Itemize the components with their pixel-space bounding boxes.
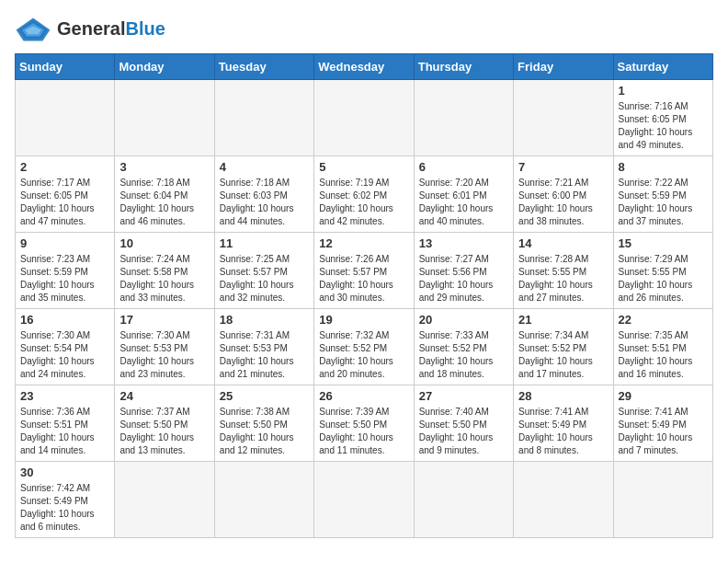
day-info: Sunrise: 7:28 AM Sunset: 5:55 PM Dayligh… bbox=[518, 253, 608, 304]
day-info: Sunrise: 7:21 AM Sunset: 6:00 PM Dayligh… bbox=[518, 177, 608, 228]
weekday-saturday: Saturday bbox=[613, 54, 712, 80]
calendar-cell: 28Sunrise: 7:41 AM Sunset: 5:49 PM Dayli… bbox=[514, 385, 613, 462]
day-info: Sunrise: 7:41 AM Sunset: 5:49 PM Dayligh… bbox=[518, 406, 608, 457]
calendar-cell: 8Sunrise: 7:22 AM Sunset: 5:59 PM Daylig… bbox=[613, 156, 712, 233]
calendar-cell: 26Sunrise: 7:39 AM Sunset: 5:50 PM Dayli… bbox=[314, 385, 414, 462]
day-number: 21 bbox=[518, 313, 608, 327]
day-number: 12 bbox=[319, 236, 408, 250]
day-info: Sunrise: 7:38 AM Sunset: 5:50 PM Dayligh… bbox=[220, 406, 309, 457]
calendar-cell: 13Sunrise: 7:27 AM Sunset: 5:56 PM Dayli… bbox=[414, 233, 513, 309]
day-info: Sunrise: 7:24 AM Sunset: 5:58 PM Dayligh… bbox=[119, 253, 209, 304]
calendar-cell: 6Sunrise: 7:20 AM Sunset: 6:01 PM Daylig… bbox=[414, 156, 513, 233]
weekday-sunday: Sunday bbox=[16, 54, 115, 80]
calendar-cell: 30Sunrise: 7:42 AM Sunset: 5:49 PM Dayli… bbox=[16, 462, 115, 538]
calendar-cell: 24Sunrise: 7:37 AM Sunset: 5:50 PM Dayli… bbox=[115, 385, 214, 462]
day-info: Sunrise: 7:29 AM Sunset: 5:55 PM Dayligh… bbox=[619, 253, 708, 304]
day-info: Sunrise: 7:34 AM Sunset: 5:52 PM Dayligh… bbox=[518, 329, 608, 381]
logo: GeneralBlue bbox=[15, 15, 165, 42]
day-number: 24 bbox=[119, 389, 209, 403]
weekday-friday: Friday bbox=[514, 54, 613, 80]
day-info: Sunrise: 7:25 AM Sunset: 5:57 PM Dayligh… bbox=[220, 253, 309, 304]
day-info: Sunrise: 7:32 AM Sunset: 5:52 PM Dayligh… bbox=[319, 329, 408, 381]
day-number: 11 bbox=[220, 236, 309, 250]
calendar-cell: 20Sunrise: 7:33 AM Sunset: 5:52 PM Dayli… bbox=[414, 309, 513, 385]
calendar-cell bbox=[414, 80, 513, 156]
day-number: 16 bbox=[20, 313, 109, 327]
day-info: Sunrise: 7:30 AM Sunset: 5:53 PM Dayligh… bbox=[119, 329, 209, 381]
calendar-cell: 9Sunrise: 7:23 AM Sunset: 5:59 PM Daylig… bbox=[16, 233, 115, 309]
calendar-cell bbox=[514, 80, 613, 156]
day-info: Sunrise: 7:26 AM Sunset: 5:57 PM Dayligh… bbox=[319, 253, 408, 304]
calendar-cell bbox=[16, 80, 115, 156]
day-number: 14 bbox=[518, 236, 608, 250]
day-number: 13 bbox=[419, 236, 508, 250]
day-number: 2 bbox=[20, 160, 109, 174]
weekday-tuesday: Tuesday bbox=[214, 54, 313, 80]
day-info: Sunrise: 7:30 AM Sunset: 5:54 PM Dayligh… bbox=[20, 329, 109, 381]
weekday-monday: Monday bbox=[115, 54, 214, 80]
calendar-cell: 27Sunrise: 7:40 AM Sunset: 5:50 PM Dayli… bbox=[414, 385, 513, 462]
day-number: 23 bbox=[20, 389, 109, 403]
weekday-wednesday: Wednesday bbox=[314, 54, 414, 80]
calendar-cell bbox=[514, 462, 613, 538]
calendar-cell: 19Sunrise: 7:32 AM Sunset: 5:52 PM Dayli… bbox=[314, 309, 414, 385]
day-number: 22 bbox=[619, 313, 708, 327]
calendar-cell: 11Sunrise: 7:25 AM Sunset: 5:57 PM Dayli… bbox=[214, 233, 313, 309]
day-number: 8 bbox=[619, 160, 708, 174]
day-info: Sunrise: 7:18 AM Sunset: 6:04 PM Dayligh… bbox=[119, 177, 209, 228]
calendar-cell bbox=[414, 462, 513, 538]
calendar-cell: 15Sunrise: 7:29 AM Sunset: 5:55 PM Dayli… bbox=[613, 233, 712, 309]
week-row-2: 2Sunrise: 7:17 AM Sunset: 6:05 PM Daylig… bbox=[16, 156, 713, 233]
day-number: 26 bbox=[319, 389, 408, 403]
calendar-cell: 3Sunrise: 7:18 AM Sunset: 6:04 PM Daylig… bbox=[115, 156, 214, 233]
calendar-cell bbox=[613, 462, 712, 538]
calendar-cell: 1Sunrise: 7:16 AM Sunset: 6:05 PM Daylig… bbox=[613, 80, 712, 156]
header: GeneralBlue bbox=[15, 15, 713, 42]
calendar-cell bbox=[214, 462, 313, 538]
day-number: 28 bbox=[518, 389, 608, 403]
day-number: 6 bbox=[419, 160, 508, 174]
logo-text: GeneralBlue bbox=[57, 18, 165, 40]
calendar-cell: 4Sunrise: 7:18 AM Sunset: 6:03 PM Daylig… bbox=[214, 156, 313, 233]
day-info: Sunrise: 7:19 AM Sunset: 6:02 PM Dayligh… bbox=[319, 177, 408, 228]
day-info: Sunrise: 7:42 AM Sunset: 5:49 PM Dayligh… bbox=[20, 482, 109, 534]
calendar-cell: 17Sunrise: 7:30 AM Sunset: 5:53 PM Dayli… bbox=[115, 309, 214, 385]
calendar-cell: 22Sunrise: 7:35 AM Sunset: 5:51 PM Dayli… bbox=[613, 309, 712, 385]
day-number: 10 bbox=[119, 236, 209, 250]
day-info: Sunrise: 7:31 AM Sunset: 5:53 PM Dayligh… bbox=[220, 329, 309, 381]
day-info: Sunrise: 7:18 AM Sunset: 6:03 PM Dayligh… bbox=[220, 177, 309, 228]
day-number: 29 bbox=[619, 389, 708, 403]
day-number: 4 bbox=[220, 160, 309, 174]
weekday-header-row: SundayMondayTuesdayWednesdayThursdayFrid… bbox=[16, 54, 713, 80]
day-info: Sunrise: 7:37 AM Sunset: 5:50 PM Dayligh… bbox=[119, 406, 209, 457]
day-number: 18 bbox=[220, 313, 309, 327]
day-info: Sunrise: 7:22 AM Sunset: 5:59 PM Dayligh… bbox=[619, 177, 708, 228]
day-info: Sunrise: 7:35 AM Sunset: 5:51 PM Dayligh… bbox=[619, 329, 708, 381]
day-info: Sunrise: 7:17 AM Sunset: 6:05 PM Dayligh… bbox=[20, 177, 109, 228]
calendar-cell bbox=[115, 80, 214, 156]
logo-icon bbox=[15, 17, 51, 42]
day-number: 3 bbox=[119, 160, 209, 174]
day-info: Sunrise: 7:23 AM Sunset: 5:59 PM Dayligh… bbox=[20, 253, 109, 304]
day-number: 25 bbox=[220, 389, 309, 403]
day-number: 19 bbox=[319, 313, 408, 327]
week-row-3: 9Sunrise: 7:23 AM Sunset: 5:59 PM Daylig… bbox=[16, 233, 713, 309]
calendar-cell bbox=[314, 462, 414, 538]
day-number: 1 bbox=[619, 84, 708, 98]
calendar-cell: 21Sunrise: 7:34 AM Sunset: 5:52 PM Dayli… bbox=[514, 309, 613, 385]
day-number: 15 bbox=[619, 236, 708, 250]
day-number: 27 bbox=[419, 389, 508, 403]
day-info: Sunrise: 7:40 AM Sunset: 5:50 PM Dayligh… bbox=[419, 406, 508, 457]
day-number: 7 bbox=[518, 160, 608, 174]
day-number: 5 bbox=[319, 160, 408, 174]
week-row-6: 30Sunrise: 7:42 AM Sunset: 5:49 PM Dayli… bbox=[16, 462, 713, 538]
calendar-cell bbox=[314, 80, 414, 156]
calendar: SundayMondayTuesdayWednesdayThursdayFrid… bbox=[15, 53, 713, 538]
day-info: Sunrise: 7:36 AM Sunset: 5:51 PM Dayligh… bbox=[20, 406, 109, 457]
calendar-cell: 14Sunrise: 7:28 AM Sunset: 5:55 PM Dayli… bbox=[514, 233, 613, 309]
day-number: 30 bbox=[20, 465, 109, 479]
calendar-cell: 29Sunrise: 7:41 AM Sunset: 5:49 PM Dayli… bbox=[613, 385, 712, 462]
calendar-cell: 2Sunrise: 7:17 AM Sunset: 6:05 PM Daylig… bbox=[16, 156, 115, 233]
week-row-4: 16Sunrise: 7:30 AM Sunset: 5:54 PM Dayli… bbox=[16, 309, 713, 385]
day-info: Sunrise: 7:27 AM Sunset: 5:56 PM Dayligh… bbox=[419, 253, 508, 304]
